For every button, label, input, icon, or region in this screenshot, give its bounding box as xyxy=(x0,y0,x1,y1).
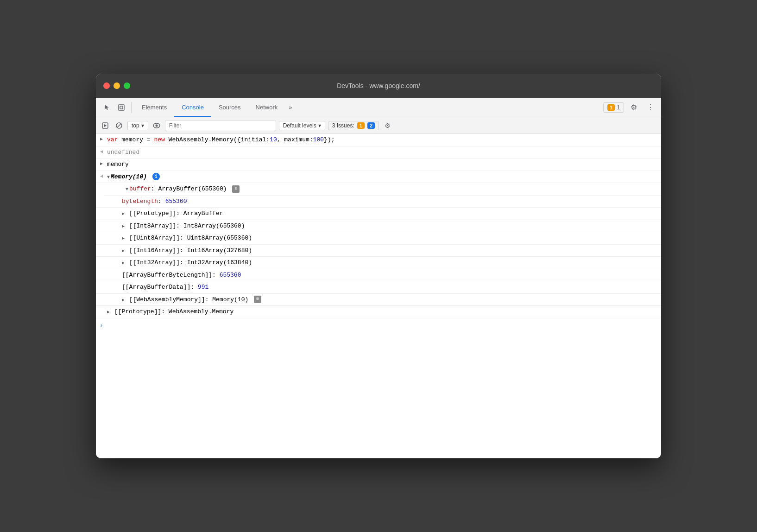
devtools-window: DevTools - www.google.com/ Elements xyxy=(96,74,661,458)
output-arrow: ◀ xyxy=(96,148,107,154)
prompt-arrow: › xyxy=(100,322,103,329)
abbl-content: [[ArrayBufferByteLength]]: 655360 xyxy=(122,271,657,280)
bytelength-content: byteLength: 655360 xyxy=(122,197,657,206)
wasm-mem-content: ▶ [[WebAssemblyMemory]]: Memory(10) ⊞ xyxy=(122,295,657,304)
console-line-abd: [[ArrayBufferData]]: 991 xyxy=(96,281,661,294)
console-settings-button[interactable]: ⚙ xyxy=(382,120,393,131)
output-undefined: undefined xyxy=(107,148,657,157)
console-line-uint8[interactable]: ▶ [[Uint8Array]]: Uint8Array(655360) xyxy=(96,232,661,245)
svg-point-7 xyxy=(155,124,158,127)
info-count-label: 1 xyxy=(617,104,620,111)
console-line-wasm-mem[interactable]: ▶ [[WebAssemblyMemory]]: Memory(10) ⊞ xyxy=(96,294,661,306)
console-line-memory[interactable]: ▶ memory xyxy=(96,158,661,171)
console-line-bytelength: byteLength: 655360 xyxy=(96,196,661,208)
console-toolbar: top ▾ Default levels ▾ 3 Issues: 1 2 ⚙ xyxy=(96,117,661,134)
db-icon: ⊞ xyxy=(232,185,240,193)
tab-sources[interactable]: Sources xyxy=(211,98,248,117)
console-line-int8[interactable]: ▶ [[Int8Array]]: Int8Array(655360) xyxy=(96,220,661,233)
context-label: top xyxy=(132,122,139,129)
window-title: DevTools - www.google.com/ xyxy=(337,82,420,89)
tab-network[interactable]: Network xyxy=(248,98,285,117)
memory-obj-content: ▼Memory(10) i xyxy=(107,172,657,182)
toolbar-divider xyxy=(131,102,132,113)
svg-rect-1 xyxy=(120,106,123,109)
console-line-undefined: ◀ undefined xyxy=(96,146,661,159)
console-line-proto-wasm[interactable]: ▶ [[Prototype]]: WebAssembly.Memory xyxy=(96,306,661,318)
title-bar: DevTools - www.google.com/ xyxy=(96,74,661,98)
console-line-proto-arraybuffer[interactable]: ▶ [[Prototype]]: ArrayBuffer xyxy=(96,208,661,220)
int16-content: ▶ [[Int16Array]]: Int16Array(327680) xyxy=(122,246,657,255)
info-icon: i xyxy=(152,173,160,180)
level-label: Default levels xyxy=(283,122,316,129)
chevron-down-icon-2: ▾ xyxy=(318,122,321,129)
inspect-icon xyxy=(118,104,125,111)
issues-text: 3 Issues: xyxy=(332,122,354,129)
eye-button[interactable] xyxy=(151,120,162,131)
issues-info-badge: 2 xyxy=(367,122,375,129)
context-selector[interactable]: top ▾ xyxy=(127,121,148,130)
abd-content: [[ArrayBufferData]]: 991 xyxy=(122,283,657,292)
minimize-button[interactable] xyxy=(114,82,120,89)
tab-bar: Elements Console Sources Network » xyxy=(134,98,296,117)
run-script-button[interactable] xyxy=(100,120,111,131)
maximize-button[interactable] xyxy=(124,82,130,89)
settings-button[interactable]: ⚙ xyxy=(627,101,641,114)
more-options-button[interactable]: ⋮ xyxy=(643,101,657,114)
int32-content: ▶ [[Int32Array]]: Int32Array(163840) xyxy=(122,258,657,267)
console-prompt[interactable]: › xyxy=(96,318,661,333)
input-arrow: ▶ xyxy=(96,135,107,142)
main-toolbar: Elements Console Sources Network » 1 1 xyxy=(96,98,661,117)
more-tabs-button[interactable]: » xyxy=(285,98,296,117)
console-line-input[interactable]: ▶ var memory = new WebAssembly.Memory({i… xyxy=(96,134,661,146)
proto-arraybuffer-content: ▶ [[Prototype]]: ArrayBuffer xyxy=(122,209,657,218)
issues-count[interactable]: 3 Issues: 1 2 xyxy=(328,121,379,130)
eye-icon xyxy=(153,123,160,128)
traffic-lights xyxy=(103,82,130,89)
tab-elements[interactable]: Elements xyxy=(134,98,174,117)
console-content: ▶ var memory = new WebAssembly.Memory({i… xyxy=(96,134,661,458)
int8-content: ▶ [[Int8Array]]: Int8Array(655360) xyxy=(122,222,657,231)
filter-input[interactable] xyxy=(165,120,276,131)
toolbar-right: 1 1 ⚙ ⋮ xyxy=(603,101,657,114)
memory-label: memory xyxy=(107,160,657,169)
console-line-int16[interactable]: ▶ [[Int16Array]]: Int16Array(327680) xyxy=(96,245,661,257)
console-line-buffer: ▼buffer: ArrayBuffer(655360) ⊞ xyxy=(103,183,661,196)
svg-marker-3 xyxy=(104,124,107,127)
clear-console-button[interactable] xyxy=(114,120,125,131)
buffer-content: ▼buffer: ArrayBuffer(655360) ⊞ xyxy=(126,184,657,194)
close-button[interactable] xyxy=(103,82,110,89)
cursor-icon xyxy=(103,104,110,111)
buffer-arrow xyxy=(114,184,126,185)
level-selector[interactable]: Default levels ▾ xyxy=(279,121,325,130)
block-icon xyxy=(116,122,122,129)
db-icon-2: ⊞ xyxy=(254,296,261,303)
chevron-down-icon: ▾ xyxy=(141,122,144,129)
console-line-int32[interactable]: ▶ [[Int32Array]]: Int32Array(163840) xyxy=(96,257,661,269)
input-code: var memory = new WebAssembly.Memory({ini… xyxy=(107,135,657,145)
svg-line-5 xyxy=(117,124,121,127)
play-icon xyxy=(102,122,108,129)
uint8-content: ▶ [[Uint8Array]]: Uint8Array(655360) xyxy=(122,234,657,243)
tab-console[interactable]: Console xyxy=(174,98,211,117)
warn-count: 1 xyxy=(607,104,615,111)
devtools-panel: Elements Console Sources Network » 1 1 xyxy=(96,98,661,458)
memory-obj-arrow: ◀ xyxy=(96,172,107,179)
svg-rect-0 xyxy=(119,105,124,110)
console-line-memory-obj: ◀ ▼Memory(10) i xyxy=(96,171,661,184)
console-line-abbl: [[ArrayBufferByteLength]]: 655360 xyxy=(96,269,661,282)
issues-warn-badge: 1 xyxy=(357,122,365,129)
inspect-icon-btn[interactable] xyxy=(114,101,128,114)
proto-wasm-content: ▶ [[Prototype]]: WebAssembly.Memory xyxy=(107,307,657,317)
issues-badge[interactable]: 1 1 xyxy=(603,102,624,113)
cursor-icon-btn[interactable] xyxy=(100,101,114,114)
memory-arrow: ▶ xyxy=(96,160,107,166)
